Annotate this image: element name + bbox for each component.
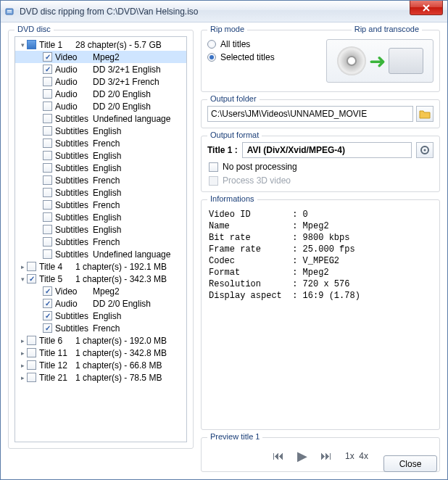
tree-row[interactable]: SubtitlesFrench bbox=[15, 137, 186, 149]
tree-row[interactable]: ▸Title 111 chapter(s) - 342.8 MB bbox=[15, 347, 186, 359]
row-name: Subtitles bbox=[55, 114, 93, 124]
tree-row[interactable]: SubtitlesEnglish bbox=[15, 310, 186, 322]
checkbox-icon[interactable] bbox=[27, 274, 36, 284]
row-desc: DD 3/2+1 English bbox=[93, 65, 161, 75]
tree-row[interactable]: SubtitlesEnglish bbox=[15, 186, 186, 199]
row-name: Title 5 bbox=[39, 274, 75, 284]
preview-next-button[interactable]: ⏭ bbox=[320, 450, 332, 463]
tree-row[interactable]: SubtitlesEnglish bbox=[15, 211, 186, 223]
row-name: Subtitles bbox=[55, 237, 93, 247]
expand-icon[interactable]: ▸ bbox=[18, 362, 27, 369]
checkbox-icon[interactable] bbox=[43, 200, 52, 210]
expand-icon[interactable]: ▸ bbox=[18, 263, 27, 270]
tree-row[interactable]: SubtitlesFrench bbox=[15, 199, 186, 211]
tree-row[interactable]: ▸Title 61 chapter(s) - 192.0 MB bbox=[15, 334, 186, 347]
tree-row[interactable]: SubtitlesEnglish bbox=[15, 149, 186, 162]
output-folder-input[interactable] bbox=[207, 106, 413, 122]
preview-prev-button[interactable]: ⏮ bbox=[273, 450, 284, 463]
checkbox-icon[interactable] bbox=[43, 212, 52, 222]
no-post-processing-checkbox[interactable]: No post processing bbox=[209, 162, 434, 172]
checkbox-icon[interactable] bbox=[43, 225, 52, 234]
tree-row[interactable]: SubtitlesEnglish bbox=[15, 162, 186, 174]
checkbox-icon bbox=[209, 176, 218, 186]
checkbox-icon[interactable] bbox=[43, 52, 52, 62]
close-label: Close bbox=[399, 459, 422, 469]
content: DVD disc ▾Title 128 chapter(s) - 5.7 GBV… bbox=[1, 22, 447, 479]
checkbox-icon[interactable] bbox=[43, 126, 52, 136]
tree-row[interactable]: SubtitlesUndefined language bbox=[15, 248, 186, 260]
checkbox-icon[interactable] bbox=[27, 348, 36, 357]
tree-row[interactable]: AudioDD 3/2+1 French bbox=[15, 75, 186, 88]
checkbox-icon[interactable] bbox=[43, 249, 52, 259]
tree-row[interactable]: SubtitlesEnglish bbox=[15, 125, 186, 137]
checkbox-icon[interactable] bbox=[43, 311, 52, 320]
tree-row[interactable]: ▾Title 51 chapter(s) - 342.3 MB bbox=[15, 273, 186, 285]
title-tree[interactable]: ▾Title 128 chapter(s) - 5.7 GBVideoMpeg2… bbox=[14, 36, 187, 442]
tree-row[interactable]: SubtitlesFrench bbox=[15, 322, 186, 334]
expand-icon[interactable]: ▾ bbox=[18, 41, 27, 49]
checkbox-icon[interactable] bbox=[43, 151, 52, 160]
row-desc: 28 chapter(s) - 5.7 GB bbox=[75, 40, 162, 50]
checkbox-icon[interactable] bbox=[43, 114, 52, 123]
tree-row[interactable]: AudioDD 2/0 English bbox=[15, 100, 186, 112]
row-name: Subtitles bbox=[55, 175, 93, 186]
close-button[interactable]: Close bbox=[383, 455, 437, 472]
row-name: Audio bbox=[55, 299, 93, 309]
tree-row[interactable]: ▸Title 121 chapter(s) - 66.8 MB bbox=[15, 359, 186, 371]
expand-icon[interactable]: ▸ bbox=[18, 349, 27, 357]
tree-row[interactable]: SubtitlesFrench bbox=[15, 174, 186, 186]
format-combobox[interactable]: AVI (DivX/Xvid/MPEG-4) bbox=[242, 142, 412, 158]
tree-row[interactable]: ▸Title 41 chapter(s) - 192.1 MB bbox=[15, 260, 186, 273]
checkbox-icon[interactable] bbox=[43, 286, 52, 296]
rip-transcode-button[interactable]: ➜ bbox=[326, 39, 434, 83]
format-settings-button[interactable] bbox=[416, 142, 434, 158]
row-name: Subtitles bbox=[55, 212, 93, 223]
row-desc: French bbox=[93, 138, 120, 149]
expand-icon[interactable]: ▸ bbox=[18, 374, 27, 381]
checkbox-icon[interactable] bbox=[27, 336, 36, 345]
row-name: Subtitles bbox=[55, 311, 93, 321]
expand-icon[interactable]: ▾ bbox=[18, 276, 27, 283]
checkbox-icon[interactable] bbox=[43, 102, 52, 111]
checkbox-icon[interactable] bbox=[43, 188, 52, 197]
tree-row[interactable]: VideoMpeg2 bbox=[15, 51, 186, 63]
row-name: Audio bbox=[55, 65, 93, 75]
rip-mode-group: Rip mode All titles Selected titles Rip … bbox=[201, 30, 440, 92]
row-desc: English bbox=[93, 212, 121, 223]
tree-row[interactable]: VideoMpeg2 bbox=[15, 285, 186, 297]
tree-row[interactable]: SubtitlesUndefined language bbox=[15, 112, 186, 125]
preview-play-button[interactable]: ▶ bbox=[297, 448, 307, 464]
row-desc: Undefined language bbox=[93, 249, 170, 260]
expand-icon[interactable]: ▸ bbox=[18, 337, 27, 344]
checkbox-icon[interactable] bbox=[43, 138, 52, 148]
checkbox-icon[interactable] bbox=[43, 77, 52, 86]
checkbox-icon[interactable] bbox=[43, 237, 52, 247]
row-desc: French bbox=[93, 175, 120, 186]
titlebar[interactable]: DVD disc ripping from C:\DVD\Van Helsing… bbox=[1, 1, 447, 22]
checkbox-icon[interactable] bbox=[27, 262, 36, 271]
tree-row[interactable]: SubtitlesEnglish bbox=[15, 223, 186, 236]
checkbox-icon[interactable] bbox=[43, 163, 52, 173]
tree-header: DVD disc bbox=[14, 25, 54, 33]
checkbox-icon[interactable] bbox=[43, 175, 52, 185]
window-close-button[interactable] bbox=[410, 1, 443, 15]
checkbox-icon[interactable] bbox=[27, 373, 36, 382]
checkbox-icon[interactable] bbox=[43, 65, 52, 74]
tree-row[interactable]: ▸Title 211 chapter(s) - 78.5 MB bbox=[15, 371, 186, 384]
tree-row[interactable]: AudioDD 2/0 English bbox=[15, 88, 186, 100]
row-desc: English bbox=[93, 163, 121, 173]
row-desc: French bbox=[93, 323, 120, 334]
tree-row[interactable]: AudioDD 2/0 English bbox=[15, 297, 186, 310]
tree-row[interactable]: AudioDD 3/2+1 English bbox=[15, 63, 186, 75]
tree-row[interactable]: SubtitlesFrench bbox=[15, 236, 186, 248]
checkbox-icon[interactable] bbox=[43, 299, 52, 308]
checkbox-icon[interactable] bbox=[43, 323, 52, 333]
checkbox-icon[interactable] bbox=[43, 89, 52, 99]
preview-speed[interactable]: 1x 4x bbox=[345, 451, 368, 461]
checkbox-icon[interactable] bbox=[27, 360, 36, 370]
tree-row[interactable]: ▾Title 128 chapter(s) - 5.7 GB bbox=[15, 38, 186, 51]
row-name: Subtitles bbox=[55, 200, 93, 210]
checkbox-icon[interactable] bbox=[27, 40, 36, 49]
browse-folder-button[interactable] bbox=[416, 106, 434, 122]
row-desc: English bbox=[93, 225, 121, 235]
